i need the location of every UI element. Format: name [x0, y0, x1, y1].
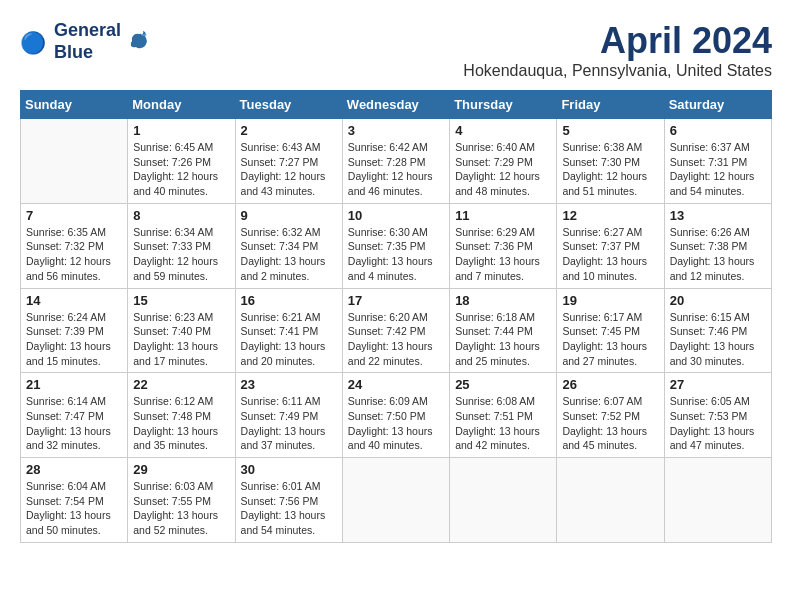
day-number: 11: [455, 208, 551, 223]
day-info: Sunrise: 6:18 AM Sunset: 7:44 PM Dayligh…: [455, 310, 551, 369]
calendar-cell: 25Sunrise: 6:08 AM Sunset: 7:51 PM Dayli…: [450, 373, 557, 458]
day-number: 30: [241, 462, 337, 477]
calendar-cell: 26Sunrise: 6:07 AM Sunset: 7:52 PM Dayli…: [557, 373, 664, 458]
day-number: 7: [26, 208, 122, 223]
day-number: 23: [241, 377, 337, 392]
day-number: 8: [133, 208, 229, 223]
day-number: 18: [455, 293, 551, 308]
logo-icon: 🔵: [20, 27, 50, 57]
day-info: Sunrise: 6:11 AM Sunset: 7:49 PM Dayligh…: [241, 394, 337, 453]
day-number: 12: [562, 208, 658, 223]
day-info: Sunrise: 6:17 AM Sunset: 7:45 PM Dayligh…: [562, 310, 658, 369]
day-info: Sunrise: 6:14 AM Sunset: 7:47 PM Dayligh…: [26, 394, 122, 453]
calendar-cell: 5Sunrise: 6:38 AM Sunset: 7:30 PM Daylig…: [557, 119, 664, 204]
calendar-cell: 12Sunrise: 6:27 AM Sunset: 7:37 PM Dayli…: [557, 203, 664, 288]
calendar-cell: 15Sunrise: 6:23 AM Sunset: 7:40 PM Dayli…: [128, 288, 235, 373]
weekday-header: Sunday: [21, 91, 128, 119]
calendar-cell: 11Sunrise: 6:29 AM Sunset: 7:36 PM Dayli…: [450, 203, 557, 288]
day-number: 6: [670, 123, 766, 138]
day-info: Sunrise: 6:45 AM Sunset: 7:26 PM Dayligh…: [133, 140, 229, 199]
calendar-cell: [342, 458, 449, 543]
calendar-cell: [21, 119, 128, 204]
day-info: Sunrise: 6:23 AM Sunset: 7:40 PM Dayligh…: [133, 310, 229, 369]
day-number: 27: [670, 377, 766, 392]
title-area: April 2024 Hokendauqua, Pennsylvania, Un…: [463, 20, 772, 80]
day-number: 21: [26, 377, 122, 392]
calendar-cell: 24Sunrise: 6:09 AM Sunset: 7:50 PM Dayli…: [342, 373, 449, 458]
calendar-table: SundayMondayTuesdayWednesdayThursdayFrid…: [20, 90, 772, 543]
day-number: 14: [26, 293, 122, 308]
day-info: Sunrise: 6:05 AM Sunset: 7:53 PM Dayligh…: [670, 394, 766, 453]
day-number: 3: [348, 123, 444, 138]
calendar-cell: 2Sunrise: 6:43 AM Sunset: 7:27 PM Daylig…: [235, 119, 342, 204]
day-number: 29: [133, 462, 229, 477]
calendar-cell: 23Sunrise: 6:11 AM Sunset: 7:49 PM Dayli…: [235, 373, 342, 458]
logo-text: General Blue: [54, 20, 121, 63]
day-number: 1: [133, 123, 229, 138]
day-number: 24: [348, 377, 444, 392]
calendar-cell: [557, 458, 664, 543]
logo: 🔵 General Blue: [20, 20, 149, 63]
month-title: April 2024: [463, 20, 772, 62]
calendar-week-row: 14Sunrise: 6:24 AM Sunset: 7:39 PM Dayli…: [21, 288, 772, 373]
day-info: Sunrise: 6:15 AM Sunset: 7:46 PM Dayligh…: [670, 310, 766, 369]
day-number: 9: [241, 208, 337, 223]
day-number: 25: [455, 377, 551, 392]
calendar-week-row: 1Sunrise: 6:45 AM Sunset: 7:26 PM Daylig…: [21, 119, 772, 204]
calendar-cell: 6Sunrise: 6:37 AM Sunset: 7:31 PM Daylig…: [664, 119, 771, 204]
day-number: 4: [455, 123, 551, 138]
day-number: 26: [562, 377, 658, 392]
day-number: 10: [348, 208, 444, 223]
calendar-cell: 22Sunrise: 6:12 AM Sunset: 7:48 PM Dayli…: [128, 373, 235, 458]
day-number: 20: [670, 293, 766, 308]
calendar-week-row: 7Sunrise: 6:35 AM Sunset: 7:32 PM Daylig…: [21, 203, 772, 288]
day-info: Sunrise: 6:29 AM Sunset: 7:36 PM Dayligh…: [455, 225, 551, 284]
calendar-cell: 18Sunrise: 6:18 AM Sunset: 7:44 PM Dayli…: [450, 288, 557, 373]
day-info: Sunrise: 6:37 AM Sunset: 7:31 PM Dayligh…: [670, 140, 766, 199]
calendar-cell: 27Sunrise: 6:05 AM Sunset: 7:53 PM Dayli…: [664, 373, 771, 458]
day-number: 22: [133, 377, 229, 392]
day-info: Sunrise: 6:27 AM Sunset: 7:37 PM Dayligh…: [562, 225, 658, 284]
day-number: 28: [26, 462, 122, 477]
calendar-cell: 1Sunrise: 6:45 AM Sunset: 7:26 PM Daylig…: [128, 119, 235, 204]
svg-text:🔵: 🔵: [20, 29, 47, 55]
weekday-header: Monday: [128, 91, 235, 119]
day-number: 2: [241, 123, 337, 138]
day-info: Sunrise: 6:20 AM Sunset: 7:42 PM Dayligh…: [348, 310, 444, 369]
calendar-cell: 17Sunrise: 6:20 AM Sunset: 7:42 PM Dayli…: [342, 288, 449, 373]
day-info: Sunrise: 6:34 AM Sunset: 7:33 PM Dayligh…: [133, 225, 229, 284]
day-number: 15: [133, 293, 229, 308]
calendar-cell: 29Sunrise: 6:03 AM Sunset: 7:55 PM Dayli…: [128, 458, 235, 543]
calendar-cell: 10Sunrise: 6:30 AM Sunset: 7:35 PM Dayli…: [342, 203, 449, 288]
weekday-header: Wednesday: [342, 91, 449, 119]
calendar-cell: 30Sunrise: 6:01 AM Sunset: 7:56 PM Dayli…: [235, 458, 342, 543]
calendar-week-row: 21Sunrise: 6:14 AM Sunset: 7:47 PM Dayli…: [21, 373, 772, 458]
page-header: 🔵 General Blue April 2024 Hokendauqua, P…: [20, 20, 772, 80]
day-info: Sunrise: 6:26 AM Sunset: 7:38 PM Dayligh…: [670, 225, 766, 284]
day-info: Sunrise: 6:35 AM Sunset: 7:32 PM Dayligh…: [26, 225, 122, 284]
calendar-cell: [664, 458, 771, 543]
day-number: 19: [562, 293, 658, 308]
day-info: Sunrise: 6:43 AM Sunset: 7:27 PM Dayligh…: [241, 140, 337, 199]
calendar-cell: 4Sunrise: 6:40 AM Sunset: 7:29 PM Daylig…: [450, 119, 557, 204]
day-info: Sunrise: 6:32 AM Sunset: 7:34 PM Dayligh…: [241, 225, 337, 284]
day-info: Sunrise: 6:04 AM Sunset: 7:54 PM Dayligh…: [26, 479, 122, 538]
weekday-header: Tuesday: [235, 91, 342, 119]
day-info: Sunrise: 6:24 AM Sunset: 7:39 PM Dayligh…: [26, 310, 122, 369]
day-info: Sunrise: 6:30 AM Sunset: 7:35 PM Dayligh…: [348, 225, 444, 284]
day-info: Sunrise: 6:40 AM Sunset: 7:29 PM Dayligh…: [455, 140, 551, 199]
day-info: Sunrise: 6:01 AM Sunset: 7:56 PM Dayligh…: [241, 479, 337, 538]
day-info: Sunrise: 6:09 AM Sunset: 7:50 PM Dayligh…: [348, 394, 444, 453]
day-number: 17: [348, 293, 444, 308]
day-info: Sunrise: 6:12 AM Sunset: 7:48 PM Dayligh…: [133, 394, 229, 453]
day-info: Sunrise: 6:03 AM Sunset: 7:55 PM Dayligh…: [133, 479, 229, 538]
day-info: Sunrise: 6:21 AM Sunset: 7:41 PM Dayligh…: [241, 310, 337, 369]
calendar-cell: 16Sunrise: 6:21 AM Sunset: 7:41 PM Dayli…: [235, 288, 342, 373]
weekday-header: Friday: [557, 91, 664, 119]
day-number: 5: [562, 123, 658, 138]
calendar-cell: 20Sunrise: 6:15 AM Sunset: 7:46 PM Dayli…: [664, 288, 771, 373]
calendar-cell: 8Sunrise: 6:34 AM Sunset: 7:33 PM Daylig…: [128, 203, 235, 288]
day-number: 16: [241, 293, 337, 308]
location-title: Hokendauqua, Pennsylvania, United States: [463, 62, 772, 80]
day-info: Sunrise: 6:07 AM Sunset: 7:52 PM Dayligh…: [562, 394, 658, 453]
